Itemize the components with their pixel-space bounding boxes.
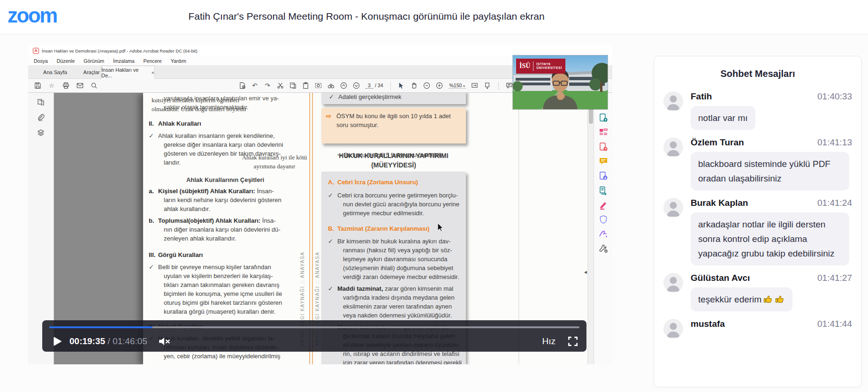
message-bubble: notlar var mı [691, 106, 755, 130]
tab-document-label: İnsan Hakları ve De... [101, 67, 148, 78]
edit-pdf-icon [598, 142, 609, 152]
search-icon [90, 82, 98, 90]
binoculars-icon [327, 82, 335, 90]
pdf-right-heading-a: A.Cebri İcra (Zorlama Unsuru) [328, 178, 462, 187]
chat-message: Gülüstan Avcı01:41:27 teşekkür ederim [663, 273, 852, 311]
select-tool-icon [398, 82, 405, 90]
osym-note-box: ⇨ÖSYM bu konu ile ilgili son 10 yılda 1 … [321, 108, 466, 143]
page-thumbnails-icon [37, 98, 45, 106]
chat-message: Burak Kaplan01:41:24 arkadaşlar notlar i… [663, 198, 852, 265]
attachments-icon [37, 113, 45, 121]
spine-text-right: KPSS BİLGİ KAYNAĞI :: ANAYASA [315, 149, 320, 346]
scissors-icon [276, 82, 284, 90]
copy-icon [289, 82, 297, 90]
zoom-logo[interactable]: zoom [8, 4, 57, 27]
export-pdf-icon [238, 82, 246, 90]
chat-panel-title: Sohbet Mesajları [663, 68, 852, 79]
current-time: 00:19:35 [69, 336, 105, 346]
speed-control[interactable]: Hız [542, 336, 556, 347]
pdf-red-annotation-1: kutsiyet affedilen kişilerin öğretileri … [152, 96, 320, 113]
message-bubble: arkadaşlar notlar ile ilgili dersten son… [691, 212, 849, 265]
fit-width-icon [471, 82, 479, 90]
comment-icon [506, 82, 513, 90]
pdf-right-checkbox-box: ✓Adaleti gerçekleştirmek [321, 93, 466, 104]
time-display: 00:19:35 / 01:46:05 [69, 336, 147, 347]
zoom-in-icon [436, 82, 443, 90]
toolbar-divider [390, 82, 391, 90]
create-pdf-icon [598, 113, 609, 123]
highlight-pen-icon [598, 200, 609, 210]
university-name-line2: ÜNİVERSİTESİ [536, 66, 562, 70]
tab-ana-sayfa: Ana Sayfa [35, 66, 75, 79]
layers-icon [37, 128, 45, 136]
pdf-left-heading-2: II.Ahlak Kuralları [149, 119, 295, 128]
avatar [663, 319, 683, 339]
spine-text-left: KPSS BİLGİ KAYNAĞI :: ANAYASA [300, 149, 305, 346]
pdf-right-check-line: ✓Adaleti gerçekleştirmek [329, 93, 460, 101]
mute-button[interactable] [158, 335, 172, 347]
acrobat-app-icon: A [33, 48, 39, 54]
chat-panel[interactable]: Sohbet Mesajları Fatih01:40:33 notlar va… [654, 56, 862, 387]
pdf-left-item-b: b.Toplumsal(objektif) Ahlak Kuralları: İ… [149, 216, 297, 243]
progress-fill [49, 326, 152, 328]
document-scrollbar[interactable] [587, 93, 594, 364]
menu-dosya: Dosya [34, 58, 48, 64]
page-total: / 34 [375, 83, 383, 88]
top-header: zoom Fatih Çınar's Personal Meeting Room… [0, 0, 868, 34]
university-badge: İSÜ İSTİNYE ÜNİVERSİTESİ [516, 59, 565, 74]
pdf-left-paragraph-2: ✓Belli bir çevreye mensup kişiler tarafı… [149, 263, 295, 316]
panel-collapse-icon: ◀ [584, 270, 587, 274]
star-icon: ☆ [48, 82, 55, 90]
more-tools-icon [598, 243, 609, 254]
certificate-sign-icon [598, 229, 609, 239]
organize-pages-icon [598, 185, 609, 196]
menu-gorunum: Görünüm [84, 58, 104, 64]
pdf-left-item-a: a.Kişisel (sübjektif) Ahlak Kuralları: İ… [149, 187, 297, 213]
speaker-webcam: İSÜ İSTİNYE ÜNİVERSİTESİ [513, 55, 608, 109]
pdf-red-annotation-2: Ahlak kuralları iyi ile kötü ayrımına da… [209, 153, 340, 171]
redo-icon: ↷ [264, 82, 271, 90]
pdf-section-header: HUKUK KURALLARININ YAPTIRIMI (MÜEYYİDESİ… [321, 151, 466, 170]
undo-icon: ↶ [251, 82, 259, 90]
message-timestamp: 01:41:13 [817, 137, 852, 148]
page-current[interactable]: 3 [365, 83, 373, 89]
video-area[interactable]: A İnsan Hakları ve Demokrasi (Anayasa).p… [28, 45, 612, 364]
message-bubble: teşekkür ederim [691, 287, 792, 311]
menu-yardim: Yardım [171, 58, 186, 64]
osym-note: ⇨ÖSYM bu konu ile ilgili son 10 yılda 1 … [326, 112, 462, 129]
avatar [663, 198, 683, 218]
sender-name: Fatih [691, 91, 712, 102]
avatar [663, 273, 683, 293]
progress-bar[interactable] [49, 326, 579, 328]
chat-message: Özlem Turan01:41:13 blackboard sistemind… [663, 137, 852, 190]
sender-name: mustafa [691, 319, 725, 329]
mouse-cursor [437, 223, 445, 232]
page-number-field: 3/ 34 [365, 83, 383, 89]
avatar [663, 91, 683, 111]
acrobat-window-title: İnsan Hakları ve Demokrasi (Anayasa).pdf… [42, 48, 198, 53]
total-duration: 01:46:05 [113, 336, 147, 346]
comment-tool-icon [598, 156, 609, 166]
university-abbr: İSÜ [519, 62, 530, 70]
university-name-line1: İSTİNYE [536, 62, 562, 66]
pdf-right-paragraph-a: ✓Cebri icra borcunu yerine getirmeyen bo… [328, 191, 464, 218]
hand-tool-icon [411, 82, 418, 90]
chat-message: Fatih01:40:33 notlar var mı [663, 91, 852, 130]
sender-name: Burak Kaplan [691, 198, 748, 208]
message-timestamp: 01:41:24 [817, 198, 852, 208]
play-button[interactable] [51, 335, 63, 347]
snapshot-icon [314, 82, 322, 90]
message-bubble: blackboard sisteminde yüklü PDF oradan u… [691, 152, 849, 190]
menu-duzenle: Düzenle [57, 58, 75, 64]
zoom-level-select[interactable]: %150 ▾ [449, 83, 466, 89]
message-timestamp: 01:41:27 [817, 273, 852, 283]
clipboard-icon [302, 82, 309, 90]
player-control-bar: 00:19:35 / 01:46:05 Hız [42, 320, 586, 352]
menu-pencere: Pencere [144, 58, 162, 64]
print-icon [62, 82, 69, 90]
fullscreen-button[interactable] [567, 335, 579, 347]
tab-document: İnsan Hakları ve De... × [101, 66, 155, 79]
email-icon [76, 82, 84, 90]
zoom-out-icon [423, 82, 431, 90]
next-page-icon [352, 82, 360, 90]
